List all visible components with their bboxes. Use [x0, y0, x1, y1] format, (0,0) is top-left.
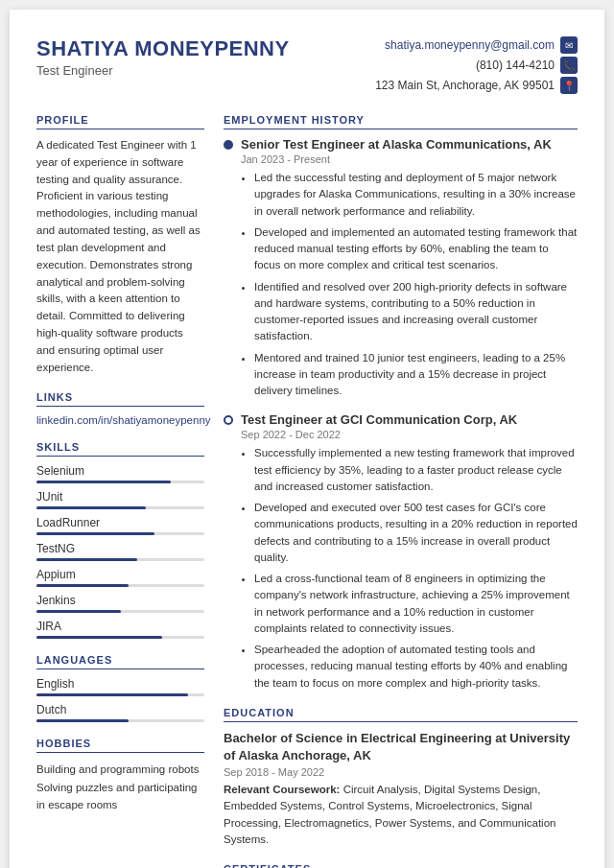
skill-bar-fill: [36, 584, 129, 587]
skill-bar-bg: [36, 481, 204, 483]
links-list: linkedin.com/in/shatiyamoneypenny: [36, 414, 204, 426]
candidate-name: SHATIYA MONEYPENNY: [36, 36, 290, 61]
languages-list: English Dutch: [36, 677, 204, 722]
job-bullet: Led the successful testing and deploymen…: [254, 170, 578, 220]
skill-bar-fill: [36, 558, 137, 561]
job-title: Test Engineer at GCI Communication Corp,…: [241, 412, 517, 427]
skill-bar-fill: [36, 636, 162, 639]
job-date: Jan 2023 - Present: [241, 153, 578, 165]
skill-item: JUnit: [36, 490, 204, 509]
email-icon: ✉: [560, 36, 578, 54]
hobby-item: Solving puzzles and participating in esc…: [36, 779, 204, 814]
header-right: shatiya.moneypenny@gmail.com ✉ (810) 144…: [375, 36, 578, 97]
skill-name: JUnit: [36, 490, 204, 504]
language-name: English: [36, 677, 204, 691]
resume-container: SHATIYA MONEYPENNY Test Engineer shatiya…: [10, 10, 604, 868]
language-bar-fill: [36, 719, 129, 722]
address-row: 123 Main St, Anchorage, AK 99501 📍: [375, 77, 578, 94]
body: PROFILE A dedicated Test Engineer with 1…: [36, 114, 578, 868]
language-item: Dutch: [36, 703, 204, 722]
skill-name: LoadRunner: [36, 516, 204, 529]
profile-section-title: PROFILE: [36, 114, 204, 129]
phone-icon: 📞: [560, 57, 578, 74]
education-section-title: EDUCATION: [224, 707, 578, 722]
skill-bar-bg: [36, 558, 204, 561]
job-bullet: Led a cross-functional team of 8 enginee…: [254, 571, 578, 637]
skill-item: JIRA: [36, 620, 204, 639]
address-text: 123 Main St, Anchorage, AK 99501: [375, 79, 555, 92]
edu-degree: Bachelor of Science in Electrical Engine…: [224, 730, 578, 764]
left-column: PROFILE A dedicated Test Engineer with 1…: [36, 114, 204, 868]
edu-coursework: Relevant Coursework: Circuit Analysis, D…: [224, 782, 578, 848]
candidate-title: Test Engineer: [36, 63, 290, 78]
skill-bar-bg: [36, 636, 204, 639]
language-bar-bg: [36, 719, 204, 722]
job-bullet: Developed and executed over 500 test cas…: [254, 500, 578, 566]
location-icon: 📍: [560, 77, 578, 94]
job-bullet: Successfully implemented a new testing f…: [254, 445, 578, 495]
job-title: Senior Test Engineer at Alaska Communica…: [241, 137, 552, 152]
skill-name: Jenkins: [36, 594, 204, 607]
job-dot: [224, 415, 233, 425]
header: SHATIYA MONEYPENNY Test Engineer shatiya…: [36, 36, 578, 97]
employment-section-title: EMPLOYMENT HISTORY: [224, 114, 578, 129]
skill-name: Selenium: [36, 464, 204, 478]
skill-name: TestNG: [36, 542, 204, 555]
job-bullets: Led the successful testing and deploymen…: [241, 170, 578, 399]
skill-item: Appium: [36, 568, 204, 587]
certificates-section-title: CERTIFICATES: [224, 863, 578, 868]
email-link[interactable]: shatiya.moneypenny@gmail.com: [385, 38, 555, 52]
right-column: EMPLOYMENT HISTORY Senior Test Engineer …: [224, 114, 578, 868]
job-entry: Test Engineer at GCI Communication Corp,…: [224, 412, 578, 692]
employment-list: Senior Test Engineer at Alaska Communica…: [224, 137, 578, 692]
language-bar-bg: [36, 693, 204, 696]
job-dot: [224, 140, 233, 150]
phone-row: (810) 144-4210 📞: [375, 57, 578, 74]
hobby-item: Building and programming robots: [36, 761, 204, 778]
language-bar-fill: [36, 693, 188, 696]
job-bullets: Successfully implemented a new testing f…: [241, 445, 578, 692]
languages-section-title: LANGUAGES: [36, 654, 204, 669]
skill-bar-bg: [36, 532, 204, 535]
education-entry: Bachelor of Science in Electrical Engine…: [224, 730, 578, 848]
phone-text: (810) 144-4210: [476, 59, 555, 72]
skill-item: TestNG: [36, 542, 204, 561]
language-item: English: [36, 677, 204, 696]
job-header: Test Engineer at GCI Communication Corp,…: [224, 412, 578, 427]
job-header: Senior Test Engineer at Alaska Communica…: [224, 137, 578, 152]
skill-bar-bg: [36, 610, 204, 613]
skill-bar-fill: [36, 610, 121, 613]
job-bullet: Identified and resolved over 200 high-pr…: [254, 279, 578, 345]
skill-bar-bg: [36, 506, 204, 509]
header-left: SHATIYA MONEYPENNY Test Engineer: [36, 36, 290, 78]
skill-item: Jenkins: [36, 594, 204, 613]
coursework-label: Relevant Coursework:: [224, 784, 340, 795]
linkedin-link[interactable]: linkedin.com/in/shatiyamoneypenny: [36, 414, 204, 426]
skill-bar-bg: [36, 584, 204, 587]
job-bullet: Spearheaded the adoption of automated te…: [254, 642, 578, 692]
skills-section-title: SKILLS: [36, 441, 204, 457]
skill-bar-fill: [36, 481, 171, 483]
skill-name: Appium: [36, 568, 204, 581]
skill-name: JIRA: [36, 620, 204, 633]
skill-bar-fill: [36, 506, 146, 509]
job-bullet: Mentored and trained 10 junior test engi…: [254, 350, 578, 400]
hobbies-section-title: HOBBIES: [36, 738, 204, 753]
skill-item: Selenium: [36, 464, 204, 483]
job-date: Sep 2022 - Dec 2022: [241, 429, 578, 440]
skill-item: LoadRunner: [36, 516, 204, 535]
skill-bar-fill: [36, 532, 154, 535]
hobbies-text: Building and programming robotsSolving p…: [36, 761, 204, 813]
job-entry: Senior Test Engineer at Alaska Communica…: [224, 137, 578, 399]
email-row: shatiya.moneypenny@gmail.com ✉: [375, 36, 578, 54]
profile-text: A dedicated Test Engineer with 1 year of…: [36, 137, 204, 376]
skills-list: Selenium JUnit LoadRunner TestNG Appium …: [36, 464, 204, 639]
language-name: Dutch: [36, 703, 204, 716]
edu-date: Sep 2018 - May 2022: [224, 766, 578, 778]
links-section-title: LINKS: [36, 391, 204, 407]
job-bullet: Developed and implemented an automated t…: [254, 224, 578, 274]
